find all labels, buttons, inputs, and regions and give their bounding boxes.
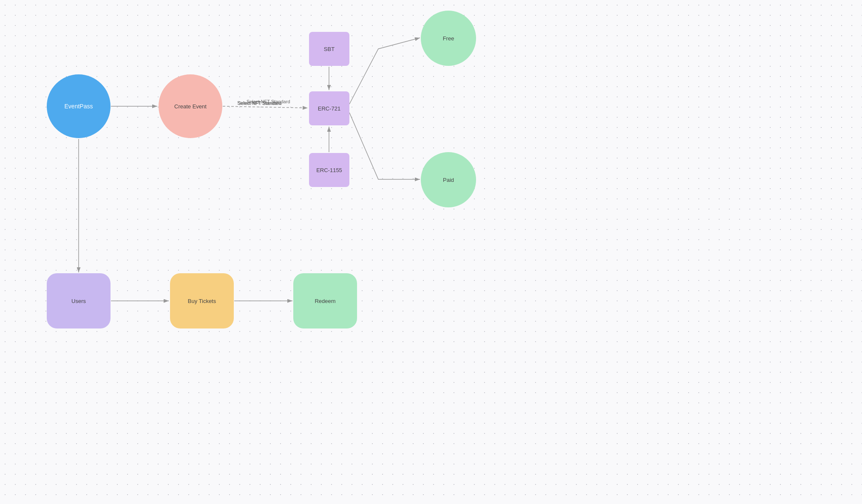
paid-label: Paid bbox=[443, 177, 454, 183]
node-redeem[interactable]: Redeem bbox=[293, 273, 357, 328]
arrows-svg: Select NFT Standard bbox=[0, 0, 862, 504]
node-erc721[interactable]: ERC-721 bbox=[309, 91, 349, 125]
buytickets-label: Buy Tickets bbox=[188, 298, 216, 304]
node-sbt[interactable]: SBT bbox=[309, 32, 349, 66]
redeem-label: Redeem bbox=[315, 298, 335, 304]
diagram: Select NFT Standard Select NFT Standard … bbox=[0, 0, 862, 504]
users-label: Users bbox=[71, 298, 86, 304]
arrow-createevent-erc721 bbox=[223, 106, 308, 108]
sbt-label: SBT bbox=[324, 46, 335, 52]
erc721-label: ERC-721 bbox=[318, 105, 340, 112]
createevent-label: Create Event bbox=[174, 103, 207, 110]
node-users[interactable]: Users bbox=[47, 273, 111, 328]
node-free[interactable]: Free bbox=[421, 11, 476, 66]
node-erc1155[interactable]: ERC-1155 bbox=[309, 153, 349, 187]
eventpass-label: EventPass bbox=[65, 103, 93, 110]
erc1155-label: ERC-1155 bbox=[316, 167, 342, 173]
node-createevent[interactable]: Create Event bbox=[159, 74, 222, 138]
node-buytickets[interactable]: Buy Tickets bbox=[170, 273, 234, 328]
edge-label-select-nft-standard: Select NFT Standard bbox=[237, 100, 281, 105]
node-paid[interactable]: Paid bbox=[421, 152, 476, 207]
node-eventpass[interactable]: EventPass bbox=[47, 74, 111, 138]
free-label: Free bbox=[443, 35, 454, 42]
arrow-erc721-free bbox=[349, 38, 420, 104]
arrow-erc721-paid bbox=[349, 113, 420, 179]
